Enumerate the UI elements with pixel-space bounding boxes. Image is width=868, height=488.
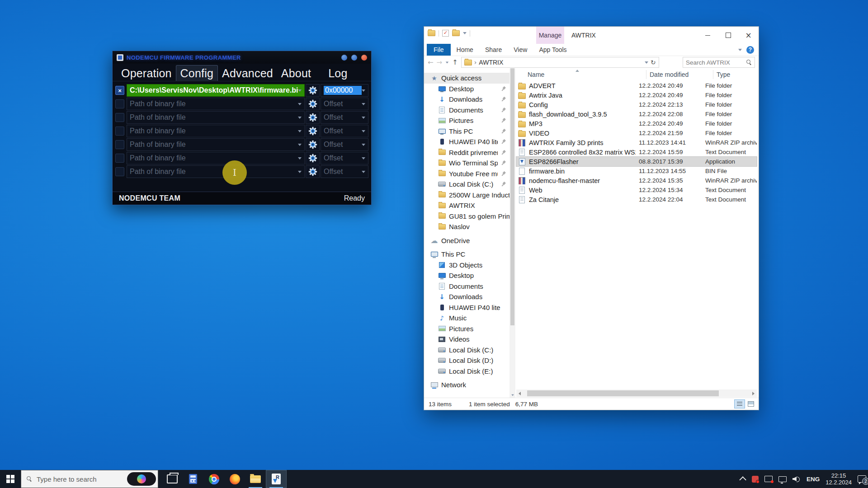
nm-tab-config[interactable]: Config <box>176 65 218 81</box>
sidebar-section-quick-access[interactable]: Quick access <box>424 73 509 84</box>
sidebar-item-pictures[interactable]: Pictures <box>424 324 509 334</box>
nm-tab-advanced[interactable]: Advanced <box>218 66 277 81</box>
nav-scrollbar-thumb[interactable] <box>510 68 514 325</box>
sidebar-item-downloads[interactable]: Downloads <box>424 94 509 105</box>
sidebar-item-huawei-p40-lite[interactable]: HUAWEI P40 lite <box>424 302 509 313</box>
nm-tab-about[interactable]: About <box>277 66 315 81</box>
chevron-down-icon[interactable] <box>298 89 302 92</box>
binary-path-input[interactable]: Path of binary file <box>127 111 305 124</box>
nav-scroll-down-icon[interactable] <box>511 394 514 396</box>
start-button[interactable] <box>0 470 21 488</box>
sidebar-item-reddit-privremeni2[interactable]: Reddit privremeni2 <box>424 147 509 158</box>
sidebar-item-downloads[interactable]: Downloads <box>424 291 509 302</box>
up-button[interactable]: ↑ <box>452 59 458 66</box>
details-view-button[interactable] <box>735 400 745 408</box>
nodemcu-flasher-button[interactable] <box>266 470 287 488</box>
maximize-button[interactable] <box>718 27 738 44</box>
sidebar-item-documents[interactable]: Documents <box>424 105 509 116</box>
ribbon-tab-share[interactable]: Share <box>479 44 508 56</box>
sidebar-section-this-pc[interactable]: This PC <box>424 249 509 260</box>
horizontal-scrollbar[interactable] <box>516 389 757 397</box>
nodemcu-close-button[interactable] <box>361 55 367 61</box>
nodemcu-maximize-button[interactable] <box>351 55 357 61</box>
new-folder-icon[interactable] <box>452 30 460 36</box>
sidebar-item-naslov[interactable]: Naslov <box>424 221 509 232</box>
forward-button[interactable]: → <box>437 59 443 66</box>
chevron-down-icon[interactable] <box>298 103 302 105</box>
remote-desktop-tray-icon[interactable] <box>752 476 759 483</box>
sidebar-item-local-disk-c-[interactable]: Local Disk (C:) <box>424 179 509 190</box>
gear-button[interactable] <box>306 152 320 164</box>
ribbon-collapse-chevron-icon[interactable] <box>738 49 742 51</box>
task-view-button[interactable] <box>162 470 183 488</box>
column-header-type[interactable]: Type <box>713 70 757 79</box>
scroll-left-icon[interactable] <box>519 392 521 395</box>
slot-checkbox[interactable]: × <box>115 86 124 95</box>
sidebar-item-3d-objects[interactable]: 3D Objects <box>424 260 509 271</box>
file-row[interactable]: Awtrix Java12.2.2024 20:49File folder <box>516 90 757 100</box>
chevron-down-icon[interactable] <box>362 89 365 92</box>
slot-checkbox[interactable] <box>115 140 124 149</box>
slot-checkbox[interactable] <box>115 127 124 136</box>
help-button[interactable]: ? <box>746 46 754 54</box>
sidebar-item-awtrix[interactable]: AWTRIX <box>424 200 509 211</box>
hscroll-thumb[interactable] <box>527 390 719 396</box>
chevron-down-icon[interactable] <box>298 144 302 146</box>
offset-input[interactable]: Offset <box>321 125 368 137</box>
nav-scrollbar[interactable] <box>509 68 515 398</box>
column-header-name[interactable]: Name <box>515 70 646 79</box>
scroll-right-icon[interactable] <box>752 392 755 395</box>
offset-input[interactable]: Offset <box>321 98 368 110</box>
chevron-down-icon[interactable] <box>298 117 302 119</box>
gear-button[interactable] <box>306 138 320 151</box>
binary-path-input[interactable]: Path of binary file <box>127 125 305 137</box>
chevron-down-icon[interactable] <box>298 171 302 173</box>
screenshare-tray-icon[interactable] <box>764 476 773 482</box>
file-row[interactable]: AWTRIX Family 3D prints11.12.2023 14:41W… <box>516 138 757 147</box>
sidebar-item-local-disk-c-[interactable]: Local Disk (C:) <box>424 345 509 356</box>
explorer-button[interactable] <box>245 470 266 488</box>
chevron-down-icon[interactable] <box>362 171 365 173</box>
binary-path-input[interactable]: Path of binary file <box>127 138 305 151</box>
sidebar-item-desktop[interactable]: Desktop <box>424 84 509 94</box>
chevron-down-icon[interactable] <box>362 103 365 105</box>
sidebar-item-youtube-free-music[interactable]: Youtube Free music <box>424 169 509 179</box>
file-row[interactable]: MP312.2.2024 20:49File folder <box>516 119 757 128</box>
minimize-button[interactable] <box>698 27 718 44</box>
slot-checkbox[interactable] <box>115 154 124 163</box>
chevron-down-icon[interactable] <box>298 157 302 160</box>
file-row[interactable]: Za Citanje12.2.2024 22:04Text Document <box>516 195 757 204</box>
taskbar-search-input[interactable]: Type here to search <box>21 470 158 488</box>
sidebar-section-onedrive[interactable]: OneDrive <box>424 235 509 246</box>
sidebar-item-huawei-p40-lite[interactable]: HUAWEI P40 lite <box>424 136 509 147</box>
properties-icon[interactable]: ✓ <box>442 30 449 37</box>
offset-input[interactable]: Offset <box>321 138 368 151</box>
binary-path-input[interactable]: Path of binary file <box>127 98 305 110</box>
manage-contextual-tab[interactable]: Manage <box>536 27 564 44</box>
ribbon-tab-view[interactable]: View <box>508 44 533 56</box>
qat-customize-chevron-icon[interactable] <box>463 32 467 34</box>
gear-button[interactable] <box>306 165 320 178</box>
file-row[interactable]: Web12.2.2024 15:34Text Document <box>516 185 757 195</box>
file-row[interactable]: ESP8266Flasher08.8.2017 15:39Application <box>516 157 757 166</box>
offset-input[interactable]: Offset <box>321 152 368 164</box>
close-button[interactable]: × <box>738 27 759 44</box>
sidebar-item-this-pc[interactable]: This PC <box>424 126 509 137</box>
chevron-down-icon[interactable] <box>362 130 365 132</box>
file-row[interactable]: firmware.bin11.12.2023 14:55BIN File <box>516 166 757 176</box>
calculator-button[interactable] <box>183 470 203 488</box>
chevron-down-icon[interactable] <box>362 144 365 146</box>
sidebar-item-videos[interactable]: Videos <box>424 334 509 345</box>
speaker-icon[interactable] <box>793 476 801 482</box>
firefox-button[interactable] <box>224 470 245 488</box>
gear-button[interactable] <box>306 125 320 137</box>
chevron-down-icon[interactable] <box>362 157 365 160</box>
file-row[interactable]: ESP2866 controlled 8x32 matrix WS2812 L.… <box>516 147 757 157</box>
display-network-tray-icon[interactable] <box>778 476 787 482</box>
chrome-button[interactable] <box>203 470 224 488</box>
file-row[interactable]: nodemcu-flasher-master12.2.2024 15:35Win… <box>516 176 757 185</box>
sidebar-item-wio-terminal-spectrur[interactable]: Wio Terminal Spectrur <box>424 158 509 169</box>
offset-input[interactable]: 0x00000 <box>321 84 368 97</box>
offset-input[interactable]: Offset <box>321 111 368 124</box>
address-input[interactable]: › AWTRIX ↻ <box>461 57 659 68</box>
